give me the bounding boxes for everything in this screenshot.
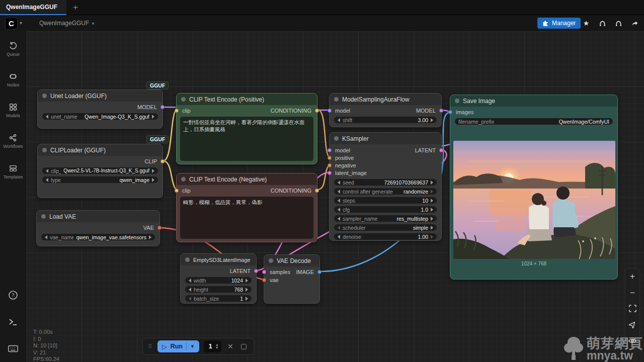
widget-sampler-name[interactable]: sampler_nameres_multistep bbox=[334, 215, 437, 222]
decrement-arrow[interactable] bbox=[46, 115, 48, 119]
output-slot-latent[interactable] bbox=[254, 269, 258, 273]
increment-arrow[interactable] bbox=[149, 235, 151, 239]
node-unet-loader[interactable]: Unet Loader (GGUF) MODEL unet_name Qwen_… bbox=[37, 89, 163, 129]
increment-arrow[interactable] bbox=[431, 226, 433, 230]
output-slot-model[interactable] bbox=[439, 109, 443, 113]
output-slot-model[interactable] bbox=[160, 105, 165, 109]
new-tab-button[interactable]: + bbox=[69, 2, 82, 13]
sidebar-item-models[interactable]: Models bbox=[0, 103, 26, 118]
increment-arrow[interactable] bbox=[246, 288, 248, 292]
sidebar-item-templates[interactable]: Templates bbox=[0, 164, 26, 179]
widget-steps[interactable]: steps10 bbox=[334, 197, 437, 204]
widget-control-after-generate[interactable]: control after generaterandomize bbox=[334, 188, 437, 195]
increment-arrow[interactable] bbox=[152, 169, 154, 173]
help-button[interactable]: ? bbox=[0, 290, 26, 302]
terminal-button[interactable] bbox=[0, 317, 26, 329]
node-clip-text-encode-positive[interactable]: CLIP Text Encode (Positive) clip CONDITI… bbox=[176, 93, 317, 164]
sidebar-item-workflows[interactable]: Workflows bbox=[0, 133, 26, 149]
zoom-out-button[interactable]: − bbox=[630, 288, 635, 298]
node-vae-decode[interactable]: VAE Decode samples IMAGE vae bbox=[264, 254, 320, 304]
workflow-name-dropdown[interactable]: QwenImageGGUF▾ bbox=[39, 20, 94, 27]
collapse-dot[interactable] bbox=[41, 214, 46, 219]
node-clip-text-encode-negative[interactable]: CLIP Text Encode (Negative) clip CONDITI… bbox=[176, 173, 317, 242]
widget-unet-name[interactable]: unet_name Qwen_Image-Q3_K_S.gguf bbox=[42, 113, 158, 120]
input-slot-vae[interactable] bbox=[262, 278, 266, 282]
widget-height[interactable]: height768 bbox=[185, 286, 252, 293]
increment-arrow[interactable] bbox=[246, 297, 248, 301]
output-slot-clip[interactable] bbox=[160, 159, 165, 163]
increment-arrow[interactable] bbox=[431, 190, 433, 194]
node-clip-loader[interactable]: CLIPLoader (GGUF) CLIP clip_n... Qwen2.5… bbox=[37, 144, 163, 198]
decrement-arrow[interactable] bbox=[46, 178, 48, 182]
output-slot-latent[interactable] bbox=[439, 148, 443, 152]
toggle-link-visibility-button[interactable] bbox=[628, 337, 636, 346]
decrement-arrow[interactable] bbox=[338, 118, 340, 122]
prompt-textarea[interactable]: 畸形，模糊，低品質，異常，偽影 bbox=[180, 197, 313, 239]
drag-handle[interactable]: ⠿ bbox=[148, 345, 153, 347]
zoom-in-button[interactable]: + bbox=[630, 272, 635, 282]
star-icon[interactable]: ★ bbox=[580, 18, 593, 29]
input-slot-positive[interactable] bbox=[328, 156, 332, 160]
widget-cfg[interactable]: cfg1.0 bbox=[334, 206, 437, 213]
output-slot-vae[interactable] bbox=[157, 226, 162, 230]
collapse-dot[interactable] bbox=[42, 148, 47, 152]
widget-filename-prefix[interactable]: filename_prefix QwenImage/ComfyUI bbox=[455, 118, 613, 125]
comfyui-logo[interactable]: C bbox=[5, 17, 18, 30]
collapse-dot[interactable] bbox=[334, 97, 339, 102]
widget-scheduler[interactable]: schedulersimple bbox=[334, 224, 437, 231]
decrement-arrow[interactable] bbox=[189, 279, 191, 283]
decrement-arrow[interactable] bbox=[46, 169, 48, 173]
decrement-arrow[interactable] bbox=[338, 180, 340, 185]
bell-icon[interactable] bbox=[596, 18, 609, 29]
collapse-dot[interactable] bbox=[269, 258, 273, 263]
prompt-textarea[interactable]: 一對情侶並肩坐在河畔，看著夕陽的倒影盪漾在水面上，日系插畫風格 bbox=[180, 117, 313, 161]
node-empty-sd3-latent-image[interactable]: EmptySD3LatentImage LATENT width1024 hei… bbox=[180, 253, 257, 304]
output-slot-conditioning[interactable] bbox=[315, 109, 319, 113]
output-slot-conditioning[interactable] bbox=[315, 189, 319, 193]
widget-seed[interactable]: seed726910703669637 bbox=[334, 179, 437, 186]
chevron-down-icon[interactable]: ▼ bbox=[190, 344, 195, 349]
stop-button[interactable] bbox=[239, 344, 249, 349]
sidebar-item-queue[interactable]: Queue bbox=[0, 41, 26, 57]
widget-width[interactable]: width1024 bbox=[185, 277, 252, 284]
run-button[interactable]: ▷ Run ▼ bbox=[157, 340, 199, 352]
decrement-arrow[interactable] bbox=[189, 297, 191, 301]
increment-arrow[interactable] bbox=[431, 180, 433, 185]
decrement-arrow[interactable] bbox=[338, 235, 340, 239]
input-slot-model[interactable] bbox=[328, 148, 332, 152]
increment-arrow[interactable] bbox=[431, 208, 433, 212]
decrement-arrow[interactable] bbox=[338, 217, 340, 221]
bell-icon-2[interactable] bbox=[612, 18, 625, 29]
input-slot-clip[interactable] bbox=[175, 189, 179, 193]
input-slot-latent-image[interactable] bbox=[328, 171, 332, 175]
increment-arrow[interactable] bbox=[431, 217, 433, 221]
collapse-dot[interactable] bbox=[185, 257, 190, 262]
collapse-dot[interactable] bbox=[181, 177, 186, 182]
widget-vae-name[interactable]: vae_name qwen_image_vae.safetensors bbox=[41, 234, 155, 240]
increment-arrow[interactable] bbox=[246, 279, 248, 283]
input-slot-clip[interactable] bbox=[175, 109, 179, 113]
decrement-arrow[interactable]: ▼ bbox=[215, 346, 219, 349]
increment-arrow[interactable] bbox=[152, 115, 154, 119]
decrement-arrow[interactable] bbox=[189, 288, 191, 292]
input-slot-images[interactable] bbox=[448, 110, 452, 114]
node-load-vae[interactable]: Load VAE VAE vae_name qwen_image_vae.saf… bbox=[36, 210, 160, 246]
cancel-button[interactable]: ✕ bbox=[226, 342, 235, 350]
decrement-arrow[interactable] bbox=[338, 199, 340, 203]
shortcuts-button[interactable] bbox=[0, 344, 26, 355]
widget-clip-name[interactable]: clip_n... Qwen2.5-VL-7B-Instruct-Q3_K_S.… bbox=[42, 167, 158, 174]
decrement-arrow[interactable] bbox=[338, 190, 340, 194]
workflow-tab[interactable]: QwenImageGGUF bbox=[0, 0, 66, 15]
node-ksampler[interactable]: KSampler model LATENT positive negative … bbox=[329, 132, 442, 241]
input-slot-negative[interactable] bbox=[328, 163, 332, 167]
widget-denoise[interactable]: denoise1.00 bbox=[334, 233, 437, 240]
input-slot-model[interactable] bbox=[328, 109, 332, 113]
batch-count-stepper[interactable]: 1 ▲▼ bbox=[204, 340, 221, 352]
collapse-dot[interactable] bbox=[181, 97, 186, 102]
input-slot-samples[interactable] bbox=[262, 270, 266, 274]
widget-batch-size[interactable]: batch_size1 bbox=[185, 295, 252, 302]
decrement-arrow[interactable] bbox=[338, 226, 340, 230]
collapse-dot[interactable] bbox=[455, 99, 459, 103]
logo-chevron-icon[interactable]: ▾ bbox=[20, 20, 22, 26]
increment-arrow[interactable] bbox=[431, 118, 433, 122]
